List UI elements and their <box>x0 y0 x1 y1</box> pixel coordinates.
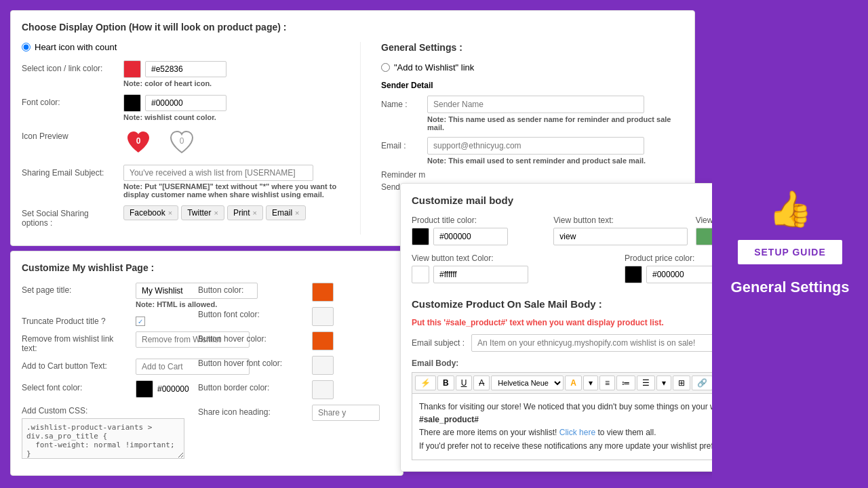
sharing-tags: Facebook × Twitter × Print × Email <box>123 205 306 220</box>
view-btn-text-color-field: View button text Color: <box>412 253 616 283</box>
icon-preview-area: 0 0 <box>123 128 197 158</box>
btn-hover-color-label: Button hover color: <box>198 331 307 344</box>
add-to-wishlist-radio[interactable] <box>381 63 390 72</box>
email-subject-label: Email subject : <box>412 338 465 348</box>
toolbar-lightning-btn[interactable]: ⚡ <box>415 375 436 390</box>
tag-twitter-close[interactable]: × <box>214 209 218 217</box>
icon-color-swatch[interactable] <box>123 60 141 78</box>
sender-detail-label: Sender Detail <box>381 81 684 90</box>
view-button-color-swatch[interactable] <box>696 228 712 245</box>
toolbar-font-color-btn[interactable]: A <box>565 375 582 390</box>
view-button-color-field: View button color: <box>696 216 712 245</box>
btn-color-swatch[interactable] <box>312 283 334 302</box>
page-title-row: Set page title: Note: HTML is allowed. <box>22 283 184 308</box>
btn-hover-color-swatch[interactable] <box>312 331 334 350</box>
svg-text:0: 0 <box>136 136 141 146</box>
add-to-wishlist-label: "Add to Wishlist" link <box>394 62 474 73</box>
toolbar-align-btn[interactable]: ☰ <box>637 375 655 390</box>
toolbar-underline-btn[interactable]: U <box>456 375 473 390</box>
font-color-label: Font color: <box>22 94 117 107</box>
reminder-label-truncated: Reminder m <box>381 170 684 180</box>
btn-hover-font-color-swatch[interactable] <box>312 356 334 375</box>
setup-guide-button[interactable]: SETUP GUIDE <box>738 240 842 264</box>
sender-email-input[interactable] <box>427 137 644 155</box>
bottom-left-panel: Customize My wishlist Page : Set page ti… <box>10 251 403 476</box>
view-btn-text-color-swatch[interactable] <box>412 266 429 283</box>
email-subject-row: Email subject : <box>412 334 712 352</box>
email-body-content[interactable]: Thanks for visiting our store! We notice… <box>412 393 712 460</box>
name-label: Name : <box>381 100 422 109</box>
modal-title: Customize mail body <box>412 195 712 206</box>
add-to-cart-row: Add to Cart button Text: <box>22 359 184 375</box>
social-sharing-row: Set Social Sharing options : Facebook × … <box>22 205 347 228</box>
tag-print: Print × <box>227 205 263 220</box>
sender-name-group: Name : Note: This name used as sender na… <box>381 96 684 131</box>
toolbar-strikethrough-btn[interactable]: A <box>473 375 490 390</box>
custom-css-label: Add Custom CSS: <box>22 403 130 415</box>
truncate-row: Truncate Product title ? ✓ <box>22 314 184 326</box>
toolbar-table-btn[interactable]: ⊞ <box>673 375 690 390</box>
product-price-color-swatch[interactable] <box>625 266 642 283</box>
general-settings-title: General Settings : <box>381 42 684 53</box>
radio-row-heart: Heart icon with count <box>22 42 347 52</box>
font-color-input[interactable] <box>145 95 226 111</box>
email-subject-input[interactable] <box>471 334 712 352</box>
sender-detail-section: Sender Detail Name : Note: This name use… <box>381 81 684 165</box>
radio-heart[interactable] <box>22 43 31 52</box>
sender-name-input[interactable] <box>427 96 644 113</box>
btn-border-color-row: Button border color: <box>198 380 334 399</box>
sharing-email-input[interactable] <box>123 165 313 181</box>
sender-email-note: Note: This email used to sent reminder a… <box>427 157 684 165</box>
sale-mail-note: Put this '#sale_product#' text when you … <box>412 318 712 327</box>
toolbar-chevron-btn[interactable]: ▾ <box>583 375 598 390</box>
email-body-sale-hashtag: #sale_product# <box>419 413 712 426</box>
product-title-color-input[interactable] <box>433 228 508 245</box>
view-button-text-field: View button text: <box>553 216 687 245</box>
sharing-email-label: Sharing Email Subject: <box>22 165 117 178</box>
view-button-text-input[interactable] <box>553 228 687 245</box>
email-body-label: Email Body: <box>412 359 712 368</box>
view-btn-text-color-input[interactable] <box>433 266 528 283</box>
thumb-icon: 👍 <box>768 191 812 226</box>
font-color-row: Font color: Note: wishlist count color. <box>22 94 347 121</box>
view-button-text-label: View button text: <box>553 216 687 225</box>
toolbar-link-btn[interactable]: 🔗 <box>692 375 712 390</box>
btn-font-color-swatch[interactable] <box>312 307 334 326</box>
btn-hover-font-color-row: Button hover font color: <box>198 356 334 375</box>
left-col: Heart icon with count Select icon / link… <box>22 42 361 235</box>
truncate-label: Truncate Product title ? <box>22 314 130 326</box>
toolbar-font-select[interactable]: Helvetica Neue <box>491 375 564 390</box>
toolbar-bold-btn[interactable]: B <box>437 375 454 390</box>
btn-font-color-label: Button font color: <box>198 307 307 319</box>
btn-border-color-swatch[interactable] <box>312 380 334 399</box>
radio-heart-label: Heart icon with count <box>35 42 117 52</box>
tag-facebook: Facebook × <box>123 205 178 220</box>
product-price-color-input[interactable] <box>646 266 712 283</box>
product-title-color-swatch[interactable] <box>412 228 429 245</box>
remove-wishlist-row: Remove from wishlist link text: <box>22 331 184 353</box>
truncate-checkbox[interactable]: ✓ <box>136 317 145 326</box>
share-icon-heading-row: Share icon heading: <box>198 405 334 421</box>
font-color-swatch[interactable] <box>123 94 141 112</box>
custom-css-textarea[interactable]: .wishlist-product-variants > div.sa_pro_… <box>22 418 184 459</box>
wishlist-page-title: Customize My wishlist Page : <box>22 262 392 273</box>
product-price-color-field: Product price color: <box>625 253 712 283</box>
click-here-link-1[interactable]: Click here <box>559 428 595 437</box>
tag-print-close[interactable]: × <box>253 209 257 217</box>
email-toolbar: ⚡ B U A Helvetica Neue A ▾ ≡ ≔ ☰ ▾ ⊞ 🔗 🖼… <box>412 372 712 393</box>
tag-email-close[interactable]: × <box>295 209 299 217</box>
tag-facebook-close[interactable]: × <box>168 209 172 217</box>
panel-title: Choose Display Option (How it will look … <box>22 22 684 33</box>
share-icon-heading-input[interactable] <box>312 405 380 421</box>
view-btn-text-color-label: View button text Color: <box>412 253 616 263</box>
toolbar-ol-btn[interactable]: ≔ <box>616 375 635 390</box>
icon-color-input[interactable] <box>145 61 226 77</box>
wishlist-font-color-swatch[interactable] <box>136 380 153 398</box>
sender-name-note: Note: This name used as sender name for … <box>427 115 684 131</box>
remove-wishlist-label: Remove from wishlist link text: <box>22 331 130 353</box>
product-title-color-label: Product title color: <box>412 216 545 225</box>
icon-color-label: Select icon / link color: <box>22 60 117 73</box>
page-title-label: Set page title: <box>22 283 130 295</box>
toolbar-ul-btn[interactable]: ≡ <box>599 375 615 390</box>
toolbar-align-chevron-btn[interactable]: ▾ <box>656 375 671 390</box>
